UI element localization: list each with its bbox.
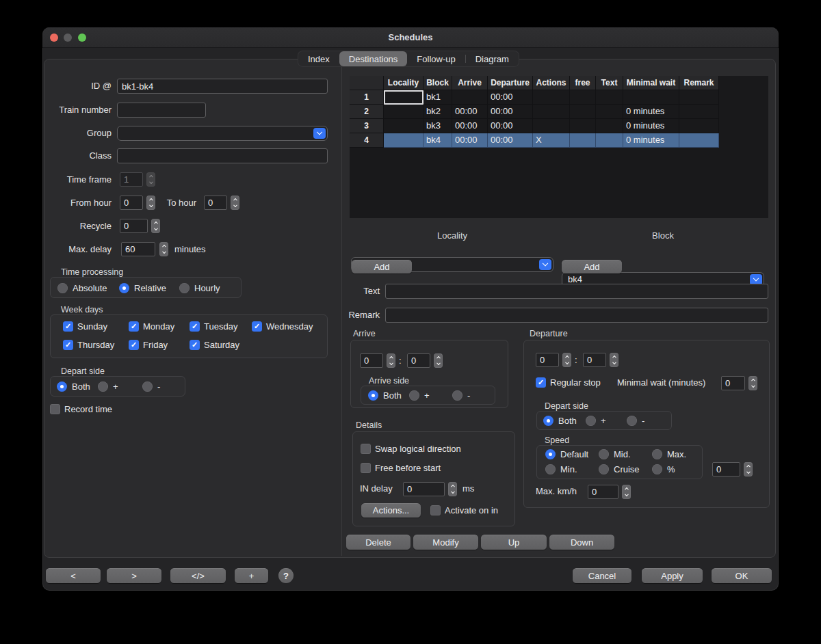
tab-destinations[interactable]: Destinations: [339, 51, 408, 66]
departure-minute-stepper[interactable]: [610, 353, 618, 367]
in-delay-field[interactable]: 0: [403, 482, 445, 496]
tab-index[interactable]: Index: [298, 51, 339, 66]
delete-button[interactable]: Delete: [346, 535, 410, 550]
group-combo[interactable]: [117, 126, 328, 141]
edit-cell[interactable]: [384, 90, 423, 105]
checkbox-monday[interactable]: ✓Monday: [129, 321, 174, 332]
checkbox-activate-on-in[interactable]: Activate on in: [430, 505, 498, 515]
help-button[interactable]: ?: [278, 568, 294, 583]
checkbox-saturday[interactable]: ✓Saturday: [190, 340, 239, 350]
radio-both[interactable]: Both: [57, 381, 90, 392]
add-button[interactable]: +: [235, 568, 268, 583]
next-button[interactable]: >: [107, 568, 161, 583]
departure-hour-field[interactable]: 0: [536, 353, 559, 367]
radio-departure-minus[interactable]: -: [627, 416, 644, 426]
down-button[interactable]: Down: [549, 535, 614, 550]
from-hour-field[interactable]: 0: [120, 196, 143, 210]
radio-speed-cruise[interactable]: Cruise: [599, 464, 640, 474]
radio-speed-percent[interactable]: %: [652, 464, 675, 474]
destinations-table[interactable]: Locality Block Arrive Departure Actions …: [350, 76, 768, 218]
radio-icon: [652, 464, 662, 474]
actions-button[interactable]: Actions...: [361, 503, 421, 518]
stepper-down-icon: [436, 361, 441, 365]
arrive-minute-field[interactable]: 0: [407, 353, 430, 368]
modify-button[interactable]: Modify: [413, 535, 478, 550]
minimal-wait-stepper[interactable]: [748, 376, 757, 390]
departure-minute-field[interactable]: 0: [583, 353, 606, 367]
minimal-wait-field[interactable]: 0: [721, 376, 745, 390]
radio-departure-plus[interactable]: +: [586, 416, 606, 426]
table-row[interactable]: 1 bk1 00:00: [350, 90, 768, 105]
checkbox-checked-icon: ✓: [536, 377, 546, 388]
tab-follow-up[interactable]: Follow-up: [407, 51, 465, 66]
max-delay-field[interactable]: 60: [121, 242, 155, 256]
checkbox-tuesday[interactable]: ✓Tuesday: [190, 321, 237, 332]
cancel-button[interactable]: Cancel: [573, 568, 631, 583]
radio-arrive-minus[interactable]: -: [452, 390, 470, 401]
recycle-stepper[interactable]: [151, 219, 160, 233]
radio-speed-max[interactable]: Max.: [652, 449, 686, 459]
in-delay-stepper[interactable]: [448, 482, 457, 496]
max-kmh-field[interactable]: 0: [588, 485, 618, 499]
checkbox-regular-stop[interactable]: ✓Regular stop: [536, 377, 601, 388]
table-row[interactable]: 2 bk2 00:00 00:00 0 minutes: [350, 105, 768, 119]
id-field[interactable]: [117, 79, 328, 94]
time-frame-stepper[interactable]: [146, 172, 155, 187]
from-hour-stepper[interactable]: [146, 196, 155, 210]
up-button[interactable]: Up: [481, 535, 547, 550]
checkbox-free-before-start[interactable]: Free before start: [361, 463, 441, 473]
speed-value-field[interactable]: 0: [712, 462, 740, 477]
ok-button[interactable]: OK: [712, 568, 772, 583]
schedules-window: Schedules Index Destinations Follow-up D…: [42, 27, 779, 591]
table-row-selected[interactable]: 4 bk4 00:00 00:00 X 0 minutes: [350, 133, 768, 148]
max-delay-stepper[interactable]: [159, 242, 168, 256]
to-hour-field[interactable]: 0: [204, 196, 227, 210]
to-hour-stepper[interactable]: [231, 196, 239, 210]
radio-departure-both[interactable]: Both: [543, 416, 577, 426]
col-header-remark: Remark: [679, 76, 719, 90]
stepper-up-icon: [751, 379, 755, 383]
checkbox-wednesday[interactable]: ✓Wednesday: [252, 321, 313, 332]
radio-speed-mid[interactable]: Mid.: [599, 449, 631, 459]
prev-button[interactable]: <: [46, 568, 101, 583]
class-field[interactable]: [117, 148, 328, 163]
checkbox-checked-icon: ✓: [63, 321, 73, 332]
radio-hourly[interactable]: Hourly: [179, 283, 220, 293]
arrive-minute-stepper[interactable]: [434, 353, 443, 368]
max-delay-label: Max. delay: [44, 242, 112, 257]
arrive-hour-field[interactable]: 0: [360, 353, 383, 368]
checkbox-sunday[interactable]: ✓Sunday: [63, 321, 107, 332]
add-block-button[interactable]: Add: [562, 260, 622, 273]
arrive-hour-stepper[interactable]: [387, 353, 395, 368]
tab-diagram[interactable]: Diagram: [466, 51, 519, 66]
radio-plus[interactable]: +: [98, 381, 118, 392]
locality-combo-button[interactable]: [539, 259, 551, 270]
radio-minus[interactable]: -: [142, 381, 160, 392]
radio-arrive-plus[interactable]: +: [409, 390, 430, 401]
checkbox-record-time[interactable]: Record time: [50, 404, 112, 414]
add-locality-button[interactable]: Add: [352, 260, 412, 273]
time-frame-field[interactable]: 1: [120, 172, 143, 187]
departure-group-label: Departure: [530, 329, 568, 338]
remark-field[interactable]: [385, 308, 768, 323]
radio-absolute[interactable]: Absolute: [57, 283, 107, 293]
code-button[interactable]: </>: [170, 568, 226, 583]
checkbox-thursday[interactable]: ✓Thursday: [63, 340, 114, 350]
checkbox-friday[interactable]: ✓Friday: [129, 340, 168, 350]
recycle-field[interactable]: 0: [120, 219, 148, 233]
radio-relative[interactable]: Relative: [119, 283, 166, 293]
speed-value-stepper[interactable]: [744, 462, 753, 477]
table-row[interactable]: 3 bk3 00:00 00:00 0 minutes: [350, 119, 768, 133]
train-number-field[interactable]: [117, 103, 206, 118]
radio-speed-default[interactable]: Default: [545, 449, 588, 459]
in-delay-label: IN delay: [360, 481, 393, 496]
group-combo-button[interactable]: [313, 128, 326, 139]
departure-hour-stepper[interactable]: [562, 353, 571, 367]
max-kmh-stepper[interactable]: [622, 485, 631, 499]
stepper-down-icon: [149, 180, 153, 184]
text-field[interactable]: [385, 284, 768, 299]
checkbox-swap-logical-direction[interactable]: Swap logical direction: [361, 444, 461, 454]
radio-arrive-both[interactable]: Both: [368, 390, 402, 401]
apply-button[interactable]: Apply: [642, 568, 703, 583]
radio-speed-min[interactable]: Min.: [545, 464, 577, 474]
